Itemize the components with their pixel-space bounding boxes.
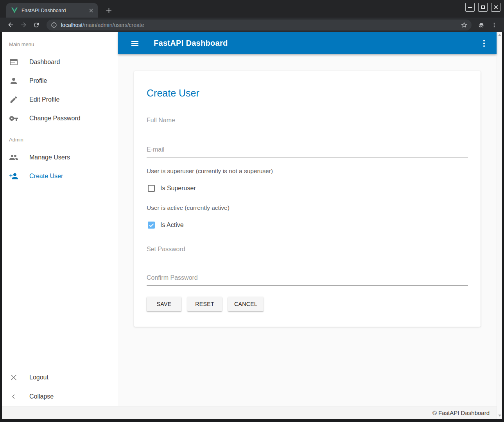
active-hint: User is active (currently active): [147, 204, 468, 211]
incognito-icon: [475, 19, 487, 31]
group-icon: [9, 153, 18, 162]
person-icon: [9, 76, 18, 86]
close-icon: [9, 373, 18, 382]
sidebar-item-change-password[interactable]: Change Password: [2, 109, 118, 128]
sidebar: Main menu Dashboard Profile: [2, 32, 118, 406]
email-input[interactable]: [147, 146, 468, 153]
sidebar-item-manage-users[interactable]: Manage Users: [2, 148, 118, 167]
back-button[interactable]: [5, 19, 16, 31]
tab-close-icon[interactable]: [88, 7, 95, 14]
scroll-up-icon[interactable]: [498, 34, 501, 36]
address-bar[interactable]: localhost/main/admin/users/create: [47, 20, 472, 30]
url-path: /main/admin/users/create: [83, 22, 144, 28]
forward-button[interactable]: [18, 19, 29, 31]
full-name-input[interactable]: [147, 117, 468, 124]
person-add-icon: [9, 172, 18, 181]
tab-title: FastAPI Dashboard: [22, 7, 88, 13]
page-content: Create User User is superuser (currently…: [118, 54, 497, 406]
browser-menu-button[interactable]: [488, 19, 500, 31]
sidebar-item-label: Collapse: [29, 393, 54, 400]
url-text[interactable]: localhost/main/admin/users/create: [61, 22, 461, 28]
sidebar-item-profile[interactable]: Profile: [2, 72, 118, 90]
browser-toolbar: localhost/main/admin/users/create: [0, 18, 504, 32]
vue-logo-icon: [11, 7, 18, 13]
active-checkbox[interactable]: [148, 222, 155, 229]
app-title: FastAPI Dashboard: [154, 39, 228, 48]
hamburger-menu-icon[interactable]: [127, 36, 143, 51]
dashboard-icon: [9, 57, 18, 67]
sidebar-section-admin: Admin: [2, 134, 118, 148]
confirm-password-input[interactable]: [147, 274, 468, 281]
page-info-icon[interactable]: [51, 22, 57, 28]
sidebar-item-label: Edit Profile: [29, 96, 59, 103]
superuser-hint: User is superuser (currently is not a su…: [147, 168, 468, 175]
sidebar-item-edit-profile[interactable]: Edit Profile: [2, 90, 118, 109]
page-footer: © FastAPI Dashboard: [2, 406, 497, 419]
confirm-password-field-group: [147, 274, 468, 286]
email-field-group: [147, 146, 468, 157]
chevron-left-icon: [9, 392, 18, 401]
sidebar-item-label: Change Password: [29, 115, 81, 122]
password-input[interactable]: [147, 246, 468, 253]
superuser-checkbox-row[interactable]: Is Superuser: [147, 185, 468, 192]
page-viewport: Main menu Dashboard Profile: [0, 32, 504, 422]
form-title: Create User: [147, 88, 468, 99]
superuser-checkbox[interactable]: [148, 185, 155, 192]
key-icon: [9, 114, 18, 123]
close-window-button[interactable]: [491, 3, 500, 12]
new-tab-button[interactable]: [103, 5, 114, 16]
password-field-group: [147, 246, 468, 257]
full-name-field-group: [147, 117, 468, 128]
url-host: localhost: [61, 22, 83, 28]
save-button[interactable]: SAVE: [147, 297, 181, 311]
maximize-button[interactable]: [478, 3, 488, 12]
sidebar-divider: [2, 131, 118, 131]
cancel-button[interactable]: CANCEL: [228, 297, 264, 311]
scroll-down-icon[interactable]: [498, 415, 501, 417]
reset-button[interactable]: RESET: [187, 297, 222, 311]
reload-button[interactable]: [30, 19, 42, 31]
sidebar-item-collapse[interactable]: Collapse: [2, 387, 118, 406]
app-menu-button[interactable]: [476, 36, 492, 51]
sidebar-item-logout[interactable]: Logout: [2, 368, 118, 387]
pencil-icon: [9, 95, 18, 104]
minimize-button[interactable]: [465, 3, 475, 12]
active-checkbox-row[interactable]: Is Active: [147, 222, 468, 229]
sidebar-item-dashboard[interactable]: Dashboard: [2, 53, 118, 72]
browser-tab[interactable]: FastAPI Dashboard: [6, 3, 98, 18]
superuser-checkbox-label: Is Superuser: [160, 185, 196, 192]
window-controls: [465, 3, 500, 12]
form-buttons: SAVE RESET CANCEL: [147, 297, 468, 311]
sidebar-item-label: Logout: [29, 374, 48, 381]
sidebar-item-label: Dashboard: [29, 59, 60, 66]
app-bar: FastAPI Dashboard: [118, 32, 497, 54]
sidebar-item-create-user[interactable]: Create User: [2, 167, 118, 186]
browser-window: FastAPI Dashboard: [0, 0, 504, 422]
browser-titlebar: FastAPI Dashboard: [0, 0, 504, 18]
copyright-text: © FastAPI Dashboard: [432, 409, 490, 416]
sidebar-item-label: Profile: [29, 77, 47, 84]
sidebar-bottom: Logout Collapse: [2, 368, 118, 406]
create-user-card: Create User User is superuser (currently…: [134, 71, 481, 327]
sidebar-item-label: Manage Users: [29, 154, 70, 161]
sidebar-section-main-menu: Main menu: [2, 39, 118, 53]
page-scrollbar[interactable]: [497, 32, 502, 419]
main-area: FastAPI Dashboard Create User: [118, 32, 497, 406]
sidebar-item-label: Create User: [29, 173, 63, 180]
bookmark-star-icon[interactable]: [461, 21, 468, 29]
active-checkbox-label: Is Active: [160, 222, 184, 229]
